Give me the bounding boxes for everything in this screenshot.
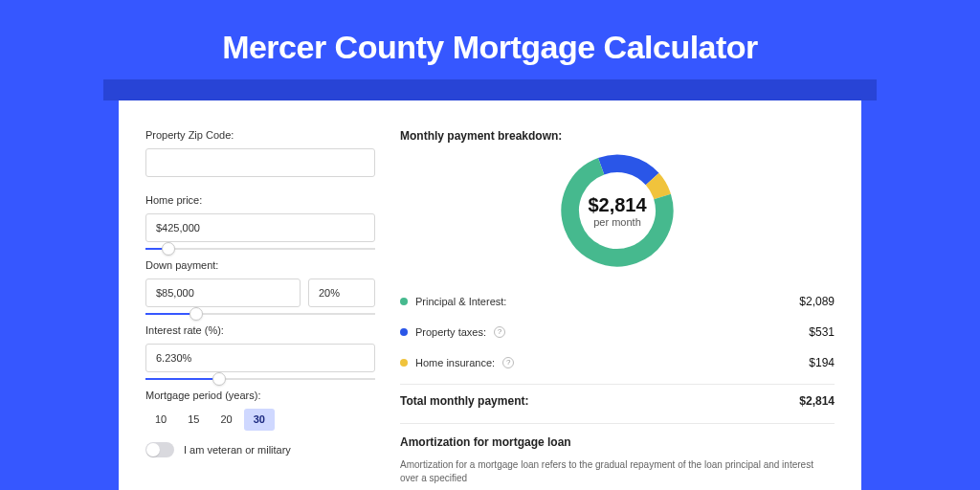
down-payment-pct-input[interactable]: 20% — [308, 278, 375, 307]
help-icon[interactable]: ? — [494, 326, 505, 338]
donut-amount: $2,814 — [588, 194, 646, 216]
toggle-knob-icon — [146, 443, 160, 457]
zip-group: Property Zip Code: — [145, 129, 375, 177]
total-amount: $2,814 — [799, 394, 835, 408]
legend-row: Home insurance:?$194 — [400, 347, 835, 378]
legend-amount: $531 — [809, 325, 835, 339]
legend-dot-icon — [400, 328, 408, 336]
down-payment-group: Down payment: $85,000 20% — [145, 259, 375, 307]
legend: Principal & Interest:$2,089Property taxe… — [400, 286, 835, 378]
rate-value: 6.230% — [156, 352, 191, 364]
period-buttons: 10152030 — [145, 409, 375, 431]
rate-input[interactable]: 6.230% — [145, 344, 375, 372]
breakdown-title: Monthly payment breakdown: — [400, 129, 835, 143]
rate-slider[interactable] — [145, 378, 375, 380]
period-button-10[interactable]: 10 — [145, 409, 176, 431]
legend-amount: $194 — [809, 356, 835, 369]
legend-dot-icon — [400, 298, 408, 305]
down-payment-pct-value: 20% — [319, 287, 340, 299]
home-price-value: $425,000 — [156, 222, 200, 234]
inputs-column: Property Zip Code: Home price: $425,000 … — [145, 129, 375, 490]
amort-text: Amortization for a mortgage loan refers … — [400, 458, 835, 485]
home-price-slider[interactable] — [145, 248, 375, 250]
home-price-input[interactable]: $425,000 — [145, 213, 375, 242]
home-price-label: Home price: — [145, 194, 375, 206]
period-button-20[interactable]: 20 — [212, 409, 242, 431]
legend-dot-icon — [400, 359, 408, 367]
legend-label: Home insurance: — [415, 357, 495, 368]
amort-title: Amortization for mortgage loan — [400, 435, 835, 449]
period-label: Mortgage period (years): — [145, 390, 375, 401]
donut-chart: $2,814 per month — [400, 148, 835, 273]
rate-label: Interest rate (%): — [145, 324, 375, 336]
amortization-section: Amortization for mortgage loan Amortizat… — [400, 423, 835, 485]
legend-row: Principal & Interest:$2,089 — [400, 286, 835, 317]
legend-label: Principal & Interest: — [415, 296, 506, 307]
legend-amount: $2,089 — [799, 295, 835, 308]
rate-group: Interest rate (%): 6.230% — [145, 324, 375, 372]
veteran-label: I am veteran or military — [184, 444, 291, 456]
page-title: Mercer County Mortgage Calculator — [0, 0, 980, 79]
legend-row: Property taxes:?$531 — [400, 317, 835, 347]
period-group: Mortgage period (years): 10152030 — [145, 390, 375, 431]
accent-bar — [103, 79, 877, 100]
total-label: Total monthly payment: — [400, 394, 528, 408]
breakdown-column: Monthly payment breakdown: $2,814 per mo… — [400, 129, 835, 490]
period-button-15[interactable]: 15 — [178, 409, 209, 431]
down-payment-slider[interactable] — [145, 313, 375, 315]
veteran-row: I am veteran or military — [145, 442, 375, 457]
zip-input[interactable] — [145, 148, 375, 177]
down-payment-value: $85,000 — [156, 287, 194, 299]
down-payment-label: Down payment: — [145, 259, 375, 271]
period-button-30[interactable]: 30 — [244, 409, 275, 431]
down-payment-input[interactable]: $85,000 — [145, 278, 301, 307]
home-price-group: Home price: $425,000 — [145, 194, 375, 242]
legend-label: Property taxes: — [415, 326, 486, 338]
calculator-card: Property Zip Code: Home price: $425,000 … — [119, 100, 861, 490]
help-icon[interactable]: ? — [502, 357, 514, 368]
donut-sub: per month — [588, 216, 646, 228]
zip-label: Property Zip Code: — [145, 129, 375, 141]
veteran-toggle[interactable] — [145, 442, 174, 457]
total-row: Total monthly payment: $2,814 — [400, 384, 835, 419]
